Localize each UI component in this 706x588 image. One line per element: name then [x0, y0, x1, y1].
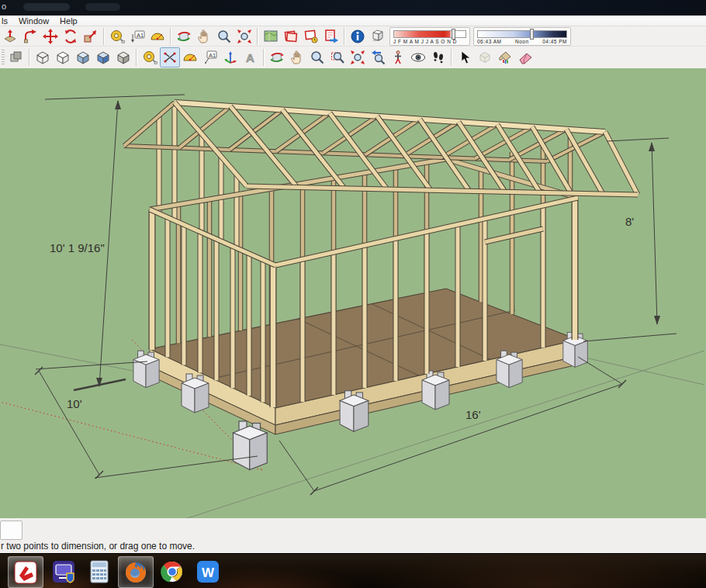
pushpull-tool-icon[interactable]: [0, 26, 20, 47]
time-slider-handle[interactable]: [530, 29, 534, 40]
taskbar-sketchup-button[interactable]: [8, 556, 43, 588]
move-tool-icon[interactable]: [40, 26, 61, 47]
toolbar-separator: [103, 28, 105, 45]
measurements-box[interactable]: [0, 521, 22, 540]
wps-writer-icon: W: [196, 559, 220, 584]
wireframe-style-icon[interactable]: [33, 47, 53, 67]
toolbar-separator: [263, 49, 265, 66]
taskbar-calculator-button[interactable]: [82, 556, 116, 586]
shaded-style-icon[interactable]: [73, 47, 93, 67]
dimension-label-height: 10' 1 9/16": [50, 241, 105, 254]
hiddenline-style-icon[interactable]: [53, 47, 73, 67]
styles-icon[interactable]: [6, 47, 26, 67]
make-component-icon[interactable]: [475, 47, 495, 67]
menu-item-window[interactable]: Window: [13, 16, 54, 26]
followme-tool-icon[interactable]: [20, 26, 40, 47]
toolbar-separator: [136, 49, 137, 66]
window-titlebar: o: [0, 0, 706, 16]
shaded-textures-style-icon[interactable]: [93, 47, 113, 67]
firefox-icon: [123, 560, 148, 585]
svg-text:W: W: [202, 566, 215, 580]
toolbar-separator: [257, 28, 258, 45]
dimension-label-width: 10': [67, 397, 82, 410]
time-slider-labels: 06:43 AM Noon 04:45 PM: [477, 39, 567, 44]
dimension-label-length: 16': [465, 408, 481, 421]
menu-item-help[interactable]: Help: [54, 16, 83, 26]
toolbar-separator: [451, 49, 452, 66]
toolbar-row-1: A1 J F M A M J J A S O N D 06:43 AM Noon…: [0, 26, 706, 47]
select-tool-icon[interactable]: [455, 47, 475, 67]
zoom-extents-icon[interactable]: [348, 47, 368, 67]
model-canvas[interactable]: 10' 1 9/16" 8' 10' 16': [0, 68, 706, 518]
photomatch-icon[interactable]: [281, 26, 301, 47]
time-noon-label: Noon: [515, 39, 529, 44]
menu-item-tools[interactable]: ls: [0, 16, 13, 26]
orbit-tool-icon[interactable]: [174, 26, 194, 47]
month-slider-handle[interactable]: [452, 29, 455, 40]
dimension-wall-height[interactable]: [583, 138, 677, 341]
toolbar-separator: [344, 28, 345, 45]
export-icon[interactable]: [321, 26, 341, 47]
toolbar-grip[interactable]: [2, 50, 5, 65]
taskbar-media-app-button[interactable]: [47, 556, 81, 586]
svg-text:A: A: [246, 51, 254, 64]
zoom-tool-icon[interactable]: [214, 26, 234, 47]
rotate-tool-icon[interactable]: [61, 26, 81, 47]
paint-bucket-icon[interactable]: [495, 47, 515, 67]
pan-tool-icon[interactable]: [194, 26, 214, 47]
toolbar-row-2: A1 A: [0, 47, 706, 69]
sketchup-icon: [13, 560, 38, 585]
taskbar-wps-button[interactable]: W: [191, 556, 225, 586]
zoom-extents-icon[interactable]: [234, 26, 254, 47]
scale-tool-icon[interactable]: [81, 26, 101, 47]
toolbar-separator: [170, 28, 171, 45]
text-tool-icon[interactable]: A1: [200, 47, 220, 67]
protractor-tool-icon[interactable]: [180, 47, 200, 67]
menu-bar: ls Window Help: [0, 16, 706, 26]
shadow-time-slider[interactable]: 06:43 AM Noon 04:45 PM: [473, 27, 571, 46]
model-drawing[interactable]: 10' 1 9/16" 8' 10' 16': [0, 68, 706, 518]
zoom-window-icon[interactable]: [327, 47, 348, 67]
svg-text:A1: A1: [137, 31, 144, 38]
status-bar: r two points to dimension, or drag one t…: [0, 518, 706, 553]
titlebar-decoration: [85, 3, 120, 11]
geolocation-icon[interactable]: [261, 26, 281, 47]
pan-tool-icon[interactable]: [287, 47, 307, 67]
zoom-previous-icon[interactable]: [368, 47, 388, 67]
time-slider-track[interactable]: [477, 30, 567, 38]
zoom-tool-icon[interactable]: [307, 47, 327, 67]
time-end-label: 04:45 PM: [542, 39, 567, 44]
taskbar-chrome-button[interactable]: [155, 556, 189, 586]
3d-text-tool-icon[interactable]: A: [241, 47, 261, 67]
axes-tool-icon[interactable]: [220, 47, 241, 67]
calculator-icon: [87, 559, 112, 584]
taskbar: W: [0, 553, 706, 588]
photomatch-edit-icon[interactable]: [301, 26, 321, 47]
taskbar-firefox-button[interactable]: [118, 556, 154, 588]
chrome-icon: [160, 559, 185, 584]
window-title: o: [2, 2, 6, 11]
time-start-label: 06:43 AM: [477, 39, 501, 44]
protractor-tool-icon[interactable]: [147, 26, 168, 47]
dimension-tool-icon[interactable]: A1: [127, 26, 147, 47]
orbit-tool-icon[interactable]: [267, 47, 287, 67]
monochrome-style-icon[interactable]: [113, 47, 133, 67]
shadow-month-slider[interactable]: J F M A M J J A S O N D: [389, 27, 470, 46]
model-info-icon[interactable]: [348, 26, 368, 47]
look-around-icon[interactable]: [408, 47, 428, 67]
position-camera-icon[interactable]: [388, 47, 408, 67]
tape-measure-tool-icon[interactable]: [107, 26, 127, 47]
dimension-tool-icon-active[interactable]: [160, 47, 180, 67]
walk-tool-icon[interactable]: [428, 47, 448, 67]
eraser-tool-icon[interactable]: [515, 47, 535, 67]
tape-measure-tool-icon[interactable]: [140, 47, 160, 67]
media-app-icon: [51, 559, 76, 584]
status-message: r two points to dimension, or drag one t…: [1, 541, 195, 552]
dimension-label-wall-height: 8': [625, 215, 634, 228]
svg-text:A1: A1: [209, 52, 216, 59]
shadows-toggle-icon[interactable]: [368, 26, 388, 47]
month-slider-labels: J F M A M J J A S O N D: [393, 39, 466, 44]
titlebar-decoration: [23, 3, 70, 11]
toolbar-separator: [29, 49, 30, 66]
